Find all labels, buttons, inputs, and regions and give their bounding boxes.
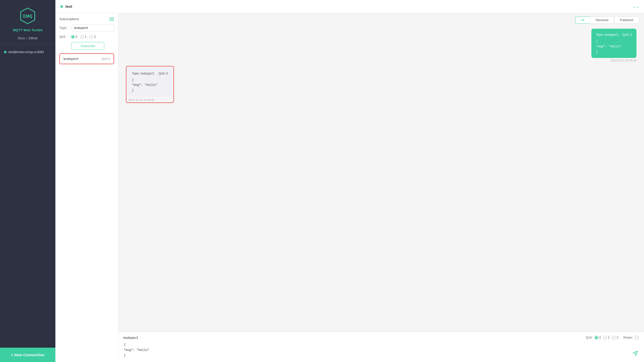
publish-retain-toggle[interactable] [635, 336, 639, 340]
published-qos-label: QoS: 0 [623, 32, 632, 37]
publish-radio-2 [612, 336, 616, 339]
tab-all[interactable]: All [575, 17, 590, 24]
radio-1 [80, 35, 84, 39]
received-bubble: Topic: testtopic/1 QoS: 0 { "msg": "hell… [127, 67, 172, 97]
publish-qos-1[interactable]: 1 [603, 336, 610, 339]
connection-name-label: test@broker.emqx.io:8083 [9, 50, 44, 54]
publish-qos-label: QoS: [586, 336, 593, 339]
tab-published[interactable]: Published [614, 17, 639, 24]
sidebar-title: MQTT Web Toolkit [13, 28, 43, 32]
content-area: Subscriptions Topic: QoS: 0 [55, 13, 644, 362]
topic-input[interactable] [71, 24, 115, 31]
published-body: { "msg": "hello" } [596, 39, 632, 54]
published-topic-label: Topic: testtopic/1 [596, 32, 618, 37]
qos-option-2[interactable]: 2 [89, 35, 96, 39]
topbar-left: test [60, 4, 72, 9]
publish-bar-wrapper: testtopic/1 QoS: 0 1 [118, 332, 644, 362]
radio-2 [89, 35, 93, 39]
topbar-status-dot [60, 5, 63, 8]
received-header: Topic: testtopic/1 QoS: 0 [132, 71, 168, 76]
publish-qos-options: 0 1 2 [595, 336, 618, 339]
sub-topic-name: testtopic/# [63, 57, 78, 61]
publish-qos-0[interactable]: 0 [595, 336, 601, 339]
subscriptions-header: Subscriptions [59, 17, 114, 21]
subscription-item[interactable]: testtopic/# QoS 0 [59, 53, 114, 64]
publish-qos-2[interactable]: 2 [612, 336, 618, 339]
received-line2: "msg": "hello" [132, 83, 168, 88]
sidebar-connection-item[interactable]: test@broker.emqx.io:8083 [0, 48, 55, 56]
menu-icon[interactable] [110, 18, 114, 21]
topbar: test ⌄⌄ [55, 0, 644, 13]
topbar-connection-title: test [65, 4, 72, 9]
main-area: test ⌄⌄ Subscriptions Topic: QoS: [55, 0, 644, 362]
payload-line2: "msg": "hello" [124, 348, 639, 353]
pipe-separator: | [26, 37, 27, 40]
subscribe-button[interactable]: Subscribe [71, 42, 104, 50]
published-line1: { [596, 39, 632, 44]
publish-radio-0 [595, 336, 598, 339]
filter-tabs: All Received Published [118, 13, 644, 26]
received-qos-label: QoS: 0 [158, 71, 168, 76]
qos-2-label: 2 [94, 35, 96, 39]
published-message: Topic: testtopic/1 QoS: 0 { "msg": "hell… [591, 29, 636, 62]
qos-field-row: QoS: 0 1 2 [59, 35, 114, 39]
published-timestamp: 2019-10-21 16:45:33 [591, 59, 636, 62]
publish-qos-0-label: 0 [599, 336, 601, 339]
published-bubble: Topic: testtopic/1 QoS: 0 { "msg": "hell… [591, 29, 636, 58]
messages-scroll: Topic: testtopic/1 QoS: 0 { "msg": "hell… [118, 26, 644, 332]
subscriptions-panel: Subscriptions Topic: QoS: 0 [55, 13, 118, 362]
subscriptions-title: Subscriptions [59, 17, 79, 21]
sub-qos-badge: QoS 0 [101, 57, 110, 61]
publish-bar: testtopic/1 QoS: 0 1 [118, 332, 644, 362]
qos-0-label: 0 [76, 35, 77, 39]
publish-send-button[interactable] [632, 351, 638, 357]
new-connection-button[interactable]: + New Connection [0, 348, 55, 362]
publish-payload[interactable]: { "msg": "hello" } [123, 342, 639, 358]
topic-label: Topic: [59, 26, 69, 30]
emq-logo: EMQ [19, 7, 37, 25]
received-line3: } [132, 88, 168, 93]
published-line2: "msg": "hello" [596, 44, 632, 49]
github-link[interactable]: Github [29, 37, 38, 40]
tab-received[interactable]: Received [590, 17, 614, 24]
publish-bar-top: testtopic/1 QoS: 0 1 [123, 336, 639, 340]
received-timestamp: 2019-10-21 16:45:35 [127, 98, 172, 101]
payload-line1: { [124, 342, 639, 348]
sidebar-divider [0, 45, 55, 45]
publish-qos-2-label: 2 [617, 336, 618, 339]
received-body: { "msg": "hello" } [132, 78, 168, 93]
connection-status-dot [4, 51, 7, 53]
topbar-chevron-icon[interactable]: ⌄⌄ [632, 4, 639, 9]
sidebar: EMQ MQTT Web Toolkit Docs | Github test@… [0, 0, 55, 362]
topic-field-row: Topic: [59, 24, 114, 31]
publish-radio-1 [603, 336, 607, 339]
published-header: Topic: testtopic/1 QoS: 0 [596, 32, 632, 37]
qos-option-0[interactable]: 0 [71, 35, 77, 39]
messages-area: All Received Published Topic: testtopic/… [118, 13, 644, 362]
sidebar-links: Docs | Github [18, 37, 38, 40]
radio-0 [71, 35, 75, 39]
publish-retain-label: Retain: [623, 336, 633, 339]
logo-container: EMQ [19, 7, 37, 26]
publish-topic: testtopic/1 [123, 336, 138, 340]
docs-link[interactable]: Docs [18, 37, 25, 40]
publish-qos-1-label: 1 [608, 336, 610, 339]
received-message-container: Topic: testtopic/1 QoS: 0 { "msg": "hell… [126, 66, 174, 103]
svg-text:EMQ: EMQ [23, 14, 32, 18]
qos-options: 0 1 2 [71, 35, 96, 39]
payload-line3: } [124, 353, 639, 358]
publish-qos-section: QoS: 0 1 [586, 336, 639, 340]
qos-label: QoS: [59, 35, 69, 39]
qos-option-1[interactable]: 1 [80, 35, 87, 39]
received-line1: { [132, 78, 168, 83]
published-line3: } [596, 49, 632, 54]
qos-1-label: 1 [85, 35, 87, 39]
received-topic-label: Topic: testtopic/1 [132, 71, 154, 76]
